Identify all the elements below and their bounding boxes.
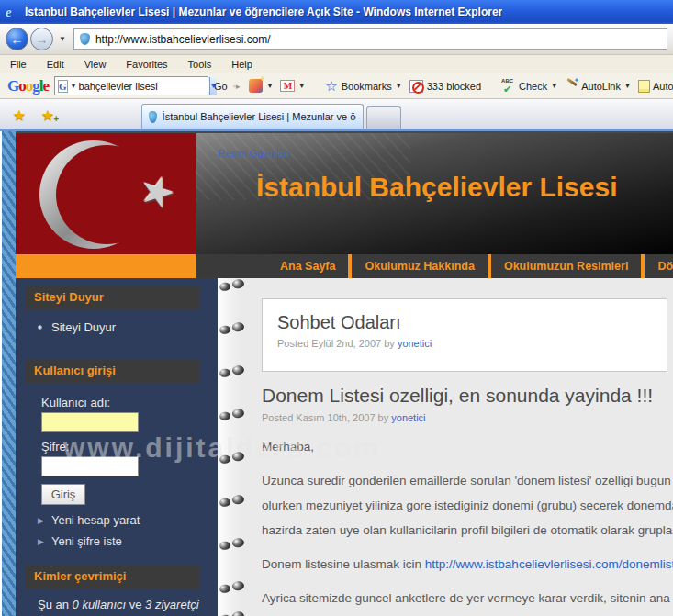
tab-title: İstanbul Bahçelievler Lisesi | Mezunlar … bbox=[163, 111, 356, 122]
google-search-box[interactable]: G ▼ ▼ bbox=[54, 76, 208, 95]
history-dropdown-icon[interactable]: ▼ bbox=[59, 35, 66, 43]
gallery-link[interactable]: Resim Galerileri bbox=[218, 148, 289, 159]
nav-okulumuzun-resimleri[interactable]: Okulumuzun Resimleri bbox=[491, 260, 641, 273]
post-meta: Posted Kasım 10th, 2007 by yonetici bbox=[262, 412, 426, 423]
post-posted-text: Posted Kasım 10th, 2007 by bbox=[262, 412, 391, 423]
author-link[interactable]: yonetici bbox=[391, 412, 425, 423]
google-search-input[interactable] bbox=[79, 81, 209, 92]
new-tab-button[interactable] bbox=[366, 106, 401, 129]
check-label: Check bbox=[519, 81, 547, 92]
address-bar[interactable] bbox=[73, 28, 667, 50]
paragraph-gap bbox=[262, 543, 673, 552]
wand-icon bbox=[565, 79, 578, 93]
autolink-button[interactable]: AutoLink ▼ bbox=[565, 79, 631, 93]
menu-tools[interactable]: Tools bbox=[178, 59, 222, 70]
body-line: hazirda zaten uye olan kullanicilarin pr… bbox=[262, 518, 673, 543]
username-field[interactable] bbox=[41, 412, 139, 432]
sidebar-item-siteyi-duyur[interactable]: Siteyi Duyur bbox=[38, 320, 116, 334]
autofill-button[interactable]: AutoFill bbox=[638, 80, 673, 93]
tab-favicon-icon bbox=[149, 111, 157, 123]
turkish-flag-image: ★ bbox=[16, 131, 196, 254]
add-favorite-star-icon: ★ bbox=[41, 106, 54, 124]
arrow-right-icon: ▶ bbox=[38, 516, 44, 525]
abc-check-icon: ABC✔ bbox=[501, 79, 516, 94]
logo-letter: G bbox=[7, 77, 18, 95]
paragraph-gap bbox=[262, 577, 673, 586]
online-and: ve bbox=[126, 598, 145, 611]
register-link[interactable]: ▶ Yeni hesap yarat bbox=[38, 513, 140, 527]
banner-background: Resim Galerileri İstanbul Bahçelievler L… bbox=[196, 131, 673, 254]
menu-view[interactable]: View bbox=[74, 59, 117, 70]
site-banner: ★ Resim Galerileri İstanbul Bahçelievler… bbox=[16, 131, 673, 254]
password-field[interactable] bbox=[41, 456, 139, 476]
logo-letter: e bbox=[42, 77, 49, 95]
autolink-label: AutoLink bbox=[581, 81, 621, 92]
nav-ana-sayfa[interactable]: Ana Sayfa bbox=[267, 260, 348, 273]
nav-okulumuz-hakkinda[interactable]: Okulumuz Hakkında bbox=[352, 260, 487, 273]
body-line: olurken mezuniyet yiliniza gore istedigi… bbox=[262, 493, 673, 518]
page-lower: Siteyi Duyur Siteyi Duyur Kullanıcı giri… bbox=[16, 278, 673, 616]
ie-logo-icon: e bbox=[6, 5, 20, 19]
tab-active[interactable]: İstanbul Bahçelievler Lisesi | Mezunlar … bbox=[141, 104, 364, 129]
nav-links: Ana Sayfa Okulumuz Hakkında Okulumuzun R… bbox=[196, 254, 673, 278]
new-password-link[interactable]: ▶ Yeni şifre iste bbox=[38, 534, 122, 548]
logo-letter: o bbox=[18, 77, 26, 95]
back-button[interactable]: ← bbox=[6, 28, 28, 50]
post-title[interactable]: Donem Listesi ozelligi, en sonunda yayin… bbox=[262, 385, 653, 407]
register-link-label: Yeni hesap yarat bbox=[51, 513, 140, 527]
search-type-dropdown-icon[interactable]: ▼ bbox=[71, 83, 77, 89]
menu-favorites[interactable]: Favorites bbox=[116, 59, 177, 70]
online-users-count: 0 kullanıcı bbox=[73, 598, 127, 611]
address-input[interactable] bbox=[95, 33, 661, 46]
body-line: Merhaba, bbox=[262, 434, 673, 459]
nav-orange-block bbox=[16, 254, 196, 278]
bookmarks-label: Bookmarks bbox=[342, 81, 392, 92]
menu-help[interactable]: Help bbox=[221, 59, 263, 70]
chevron-down-icon: ▼ bbox=[298, 83, 305, 89]
logo-letter: g bbox=[32, 77, 39, 95]
gmail-icon: M bbox=[280, 80, 295, 92]
post-title[interactable]: Sohbet Odaları bbox=[277, 312, 652, 333]
favorites-star-icon: ★ bbox=[13, 106, 26, 124]
spellcheck-button[interactable]: ABC✔ Check ▼ bbox=[501, 79, 557, 94]
sidebar: Siteyi Duyur Siteyi Duyur Kullanıcı giri… bbox=[16, 278, 218, 616]
nav-donemler[interactable]: Dönemler bbox=[645, 260, 673, 273]
menu-bar: File Edit View Favorites Tools Help bbox=[0, 55, 673, 73]
link-prefix-text: Donem listesine ulasmak icin bbox=[262, 557, 425, 571]
toolbar-sparkle-button[interactable]: ▼ bbox=[249, 79, 273, 93]
body-line: Uzunca suredir gonderilen emaillerde sor… bbox=[262, 468, 673, 493]
author-link[interactable]: yonetici bbox=[398, 338, 432, 349]
site-favicon-icon bbox=[80, 33, 90, 45]
address-toolbar: ← → ▼ bbox=[0, 24, 673, 55]
bullet-icon bbox=[38, 325, 42, 330]
arrow-right-icon: ▶ bbox=[38, 537, 44, 546]
chevron-down-icon: ▼ bbox=[551, 83, 557, 89]
google-logo: Google bbox=[7, 78, 49, 94]
post-meta: Posted Eylül 2nd, 2007 by yonetici bbox=[277, 338, 652, 349]
menu-edit[interactable]: Edit bbox=[37, 59, 74, 70]
page-left-stripe bbox=[2, 131, 16, 616]
bookmark-star-icon: ☆ bbox=[325, 78, 337, 95]
google-go-button[interactable]: Go bbox=[214, 81, 228, 92]
online-status: Şu an 0 kullanıcı ve 3 ziyaretçi bbox=[38, 598, 199, 611]
sidebar-header-announce: Siteyi Duyur bbox=[25, 286, 199, 309]
popup-blocker-button[interactable]: 333 blocked bbox=[409, 80, 481, 93]
popup-blocked-icon bbox=[409, 80, 423, 93]
online-guests-count: 3 ziyaretçi bbox=[145, 598, 199, 611]
add-favorite-button[interactable]: ★ + bbox=[36, 104, 60, 126]
chevron-down-icon: ▼ bbox=[396, 83, 402, 89]
google-toolbar: Google G ▼ ▼ Go ◦▸ ▼ M ▼ ☆ Bookmarks ▼ 3… bbox=[0, 73, 673, 99]
sidebar-item-label: Siteyi Duyur bbox=[51, 320, 116, 334]
sparkle-icon bbox=[249, 79, 263, 93]
gmail-button[interactable]: M ▼ bbox=[280, 80, 305, 92]
tab-bar: ★ ★ + İstanbul Bahçelievler Lisesi | Mez… bbox=[0, 99, 673, 131]
post-card: Sohbet Odaları Posted Eylül 2nd, 2007 by… bbox=[262, 298, 667, 372]
plus-icon: + bbox=[53, 114, 59, 124]
donemlistesi-link[interactable]: http://www.istbahcelievlerlisesi.com/don… bbox=[425, 557, 673, 571]
login-button[interactable]: Giriş bbox=[41, 484, 85, 505]
bookmarks-button[interactable]: ☆ Bookmarks ▼ bbox=[325, 78, 401, 95]
menu-file[interactable]: File bbox=[0, 59, 37, 70]
new-password-link-label: Yeni şifre iste bbox=[51, 534, 122, 548]
favorites-center-button[interactable]: ★ bbox=[7, 104, 31, 126]
forward-button[interactable]: → bbox=[30, 28, 53, 50]
